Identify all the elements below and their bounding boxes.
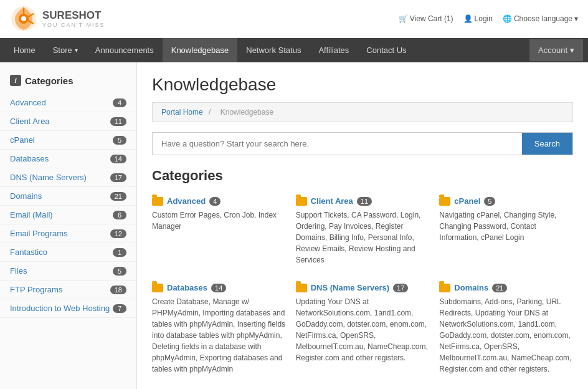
sidebar-item[interactable]: Introduction to Web Hosting7	[0, 299, 136, 318]
category-name-link[interactable]: Advanced	[167, 196, 206, 206]
sidebar-item-label: Email Programs	[10, 229, 67, 238]
category-card: DNS (Name Servers) 17 Updating Your DNS …	[296, 281, 430, 377]
sidebar-title-label: Categories	[25, 75, 74, 86]
sidebar-item-count: 17	[110, 173, 126, 182]
login-label: Login	[475, 14, 493, 23]
nav-account[interactable]: Account ▾	[529, 39, 583, 61]
sidebar-item[interactable]: Email Programs12	[0, 224, 136, 243]
svg-point-2	[21, 16, 26, 21]
folder-icon	[439, 284, 450, 292]
login-link[interactable]: 👤 Login	[463, 14, 493, 23]
language-link[interactable]: 🌐 Choose language ▾	[503, 14, 578, 23]
breadcrumb-separator: /	[209, 108, 211, 117]
logo-icon	[10, 5, 37, 32]
category-card-header: Databases 14	[152, 283, 286, 292]
info-icon: i	[10, 75, 21, 86]
logo-area: SURESHOT YOU CAN'T MISS	[10, 5, 105, 32]
sidebar-item-count: 5	[113, 136, 126, 145]
category-count: 4	[209, 197, 220, 206]
sidebar-item-count: 12	[110, 229, 126, 238]
store-chevron: ▾	[75, 47, 78, 54]
search-input[interactable]	[153, 133, 522, 155]
search-button[interactable]: Search	[522, 133, 572, 155]
sidebar-item[interactable]: FTP Programs18	[0, 281, 136, 299]
language-chevron: ▾	[574, 14, 578, 23]
sidebar-item-label: FTP Programs	[10, 285, 62, 294]
sidebar: i Categories Advanced4Client Area11cPane…	[0, 62, 137, 389]
cart-link[interactable]: 🛒 View Cart (1)	[399, 14, 453, 23]
category-count: 21	[492, 284, 507, 292]
sidebar-item-label: Advanced	[10, 98, 46, 107]
logo-tagline: YOU CAN'T MISS	[42, 22, 105, 28]
sidebar-item[interactable]: Fantastico1	[0, 243, 136, 262]
folder-icon	[152, 284, 163, 292]
category-desc: Navigating cPanel, Changing Style, Chang…	[439, 209, 573, 243]
sidebar-item-count: 14	[110, 155, 126, 163]
account-chevron: ▾	[570, 46, 574, 55]
cart-icon: 🛒	[399, 14, 408, 23]
category-card: Domains 21 Subdomains, Add-ons, Parking,…	[439, 281, 573, 377]
nav-home[interactable]: Home	[5, 38, 44, 62]
category-card-header: DNS (Name Servers) 17	[296, 283, 430, 292]
sidebar-item[interactable]: Databases14	[0, 150, 136, 168]
nav-bar: Home Store ▾ Announcements Knowledgebase…	[0, 38, 588, 62]
category-name-link[interactable]: Domains	[454, 283, 488, 292]
sidebar-item-label: Fantastico	[10, 247, 47, 257]
sidebar-item-count: 4	[113, 98, 126, 107]
language-label: Choose language	[514, 14, 572, 23]
sidebar-item-label: Introduction to Web Hosting	[10, 304, 110, 313]
category-count: 14	[211, 284, 226, 292]
sidebar-item-count: 5	[113, 267, 126, 276]
top-bar: SURESHOT YOU CAN'T MISS 🛒 View Cart (1) …	[0, 0, 588, 38]
sidebar-item-label: cPanel	[10, 135, 35, 145]
category-count: 11	[357, 197, 372, 206]
category-desc: Subdomains, Add-ons, Parking, URL Redire…	[439, 296, 573, 375]
top-links: 🛒 View Cart (1) 👤 Login 🌐 Choose languag…	[399, 14, 578, 23]
cart-label: View Cart (1)	[410, 14, 453, 23]
sidebar-item-count: 21	[110, 192, 126, 201]
sidebar-item-count: 18	[110, 286, 126, 294]
category-card-header: Client Area 11	[296, 196, 430, 206]
page-title: Knowledgebase	[152, 75, 573, 95]
category-name-link[interactable]: Databases	[167, 283, 207, 292]
category-card-header: Domains 21	[439, 283, 573, 292]
category-count: 17	[393, 284, 408, 292]
sidebar-item-label: Email (Mail)	[10, 210, 53, 219]
user-icon: 👤	[463, 14, 473, 23]
content-area: Knowledgebase Portal Home / Knowledgebas…	[137, 62, 588, 389]
sidebar-item[interactable]: Files5	[0, 262, 136, 281]
categories-heading: Categories	[152, 168, 573, 184]
sidebar-title: i Categories	[0, 70, 136, 94]
language-icon: 🌐	[503, 14, 512, 23]
category-card: Advanced 4 Custom Error Pages, Cron Job,…	[152, 194, 286, 268]
nav-store[interactable]: Store ▾	[44, 38, 87, 62]
sidebar-item[interactable]: Email (Mail)6	[0, 206, 136, 224]
category-desc: Updating Your DNS at NetworkSolutions.co…	[296, 296, 430, 363]
category-name-link[interactable]: Client Area	[311, 196, 353, 206]
nav-network-status[interactable]: Network Status	[237, 38, 310, 62]
category-name-link[interactable]: cPanel	[454, 196, 480, 206]
logo-sure: SURESHOT	[42, 9, 101, 22]
search-bar: Search	[152, 132, 573, 155]
folder-icon	[439, 197, 450, 206]
breadcrumb-current: Knowledgebase	[220, 108, 273, 117]
nav-announcements[interactable]: Announcements	[87, 38, 163, 62]
folder-icon	[296, 197, 307, 206]
sidebar-item[interactable]: Domains21	[0, 187, 136, 206]
breadcrumb-home[interactable]: Portal Home	[161, 108, 203, 117]
sidebar-item[interactable]: Advanced4	[0, 94, 136, 112]
main-container: i Categories Advanced4Client Area11cPane…	[0, 62, 588, 389]
sidebar-item-label: Client Area	[10, 117, 50, 126]
nav-contact[interactable]: Contact Us	[358, 38, 415, 62]
folder-icon	[152, 197, 163, 206]
sidebar-item[interactable]: cPanel5	[0, 131, 136, 150]
sidebar-item-label: Domains	[10, 191, 42, 201]
category-card: Client Area 11 Support Tickets, CA Passw…	[296, 194, 430, 268]
sidebar-item-label: Databases	[10, 154, 49, 163]
sidebar-item-count: 11	[110, 117, 126, 126]
nav-affiliates[interactable]: Affiliates	[310, 38, 358, 62]
nav-knowledgebase[interactable]: Knowledgebase	[163, 38, 238, 62]
sidebar-item[interactable]: DNS (Name Servers)17	[0, 168, 136, 187]
category-name-link[interactable]: DNS (Name Servers)	[311, 283, 389, 292]
sidebar-item[interactable]: Client Area11	[0, 112, 136, 131]
